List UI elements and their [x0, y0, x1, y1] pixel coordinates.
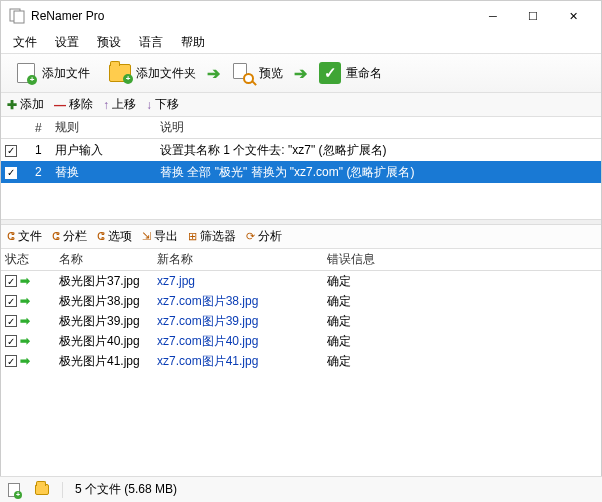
rule-desc: 替换 全部 "极光" 替换为 "xz7.com" (忽略扩展名) — [156, 164, 601, 181]
menu-language[interactable]: 语言 — [131, 32, 171, 53]
rule-desc: 设置其名称 1 个文件去: "xz7" (忽略扩展名) — [156, 142, 601, 159]
remove-rule-button[interactable]: —移除 — [54, 96, 93, 113]
add-folder-label: 添加文件夹 — [136, 65, 196, 82]
file-newname: xz7.com图片40.jpg — [153, 333, 283, 350]
file-error: 确定 — [323, 353, 601, 370]
files-header: 状态 名称 新名称 错误信息 — [1, 249, 601, 271]
rule-row[interactable]: ✓2替换替换 全部 "极光" 替换为 "xz7.com" (忽略扩展名) — [1, 161, 601, 183]
rename-icon: ✓ — [318, 61, 342, 85]
file-row[interactable]: ✓➡极光图片38.jpgxz7.com图片38.jpg确定 — [1, 291, 601, 311]
minimize-button[interactable]: ─ — [473, 1, 513, 31]
menu-file[interactable]: 文件 — [5, 32, 45, 53]
rules-list: ✓1用户输入设置其名称 1 个文件去: "xz7" (忽略扩展名)✓2替换替换 … — [1, 139, 601, 219]
rule-number: 2 — [31, 165, 51, 179]
col-rule-type[interactable]: 规则 — [51, 119, 156, 136]
add-files-label: 添加文件 — [42, 65, 90, 82]
file-name: 极光图片38.jpg — [55, 293, 153, 310]
menu-settings[interactable]: 设置 — [47, 32, 87, 53]
maximize-button[interactable]: ☐ — [513, 1, 553, 31]
rules-header: # 规则 说明 — [1, 117, 601, 139]
window-title: ReNamer Pro — [31, 9, 473, 23]
files-list: ✓➡极光图片37.jpgxz7.jpg确定✓➡极光图片38.jpgxz7.com… — [1, 271, 601, 451]
titlebar: ReNamer Pro ─ ☐ ✕ — [1, 1, 601, 31]
file-checkbox[interactable]: ✓ — [5, 275, 17, 287]
menu-help[interactable]: 帮助 — [173, 32, 213, 53]
files-menu[interactable]: ⵛ文件 — [7, 228, 42, 245]
file-name: 极光图片39.jpg — [55, 313, 153, 330]
rule-checkbox[interactable]: ✓ — [5, 167, 17, 179]
col-description[interactable]: 说明 — [156, 119, 601, 136]
add-files-button[interactable]: + 添加文件 — [7, 58, 97, 88]
add-file-status-icon[interactable]: + — [6, 482, 22, 498]
file-error: 确定 — [323, 293, 601, 310]
file-error: 确定 — [323, 313, 601, 330]
files-toolbar: ⵛ文件 ⵛ分栏 ⵛ选项 ⇲导出 ⊞筛选器 ⟳分析 — [1, 225, 601, 249]
menu-presets[interactable]: 预设 — [89, 32, 129, 53]
file-checkbox[interactable]: ✓ — [5, 355, 17, 367]
file-checkbox[interactable]: ✓ — [5, 295, 17, 307]
file-newname: xz7.com图片41.jpg — [153, 353, 283, 370]
svg-rect-1 — [14, 11, 24, 23]
add-rule-button[interactable]: ✚添加 — [7, 96, 44, 113]
file-name: 极光图片37.jpg — [55, 273, 153, 290]
arrow-icon: ➡ — [20, 354, 30, 368]
file-name: 极光图片40.jpg — [55, 333, 153, 350]
file-checkbox[interactable]: ✓ — [5, 315, 17, 327]
options-menu[interactable]: ⵛ选项 — [97, 228, 132, 245]
file-checkbox[interactable]: ✓ — [5, 335, 17, 347]
file-error: 确定 — [323, 333, 601, 350]
rename-label: 重命名 — [346, 65, 382, 82]
arrow-icon: ➔ — [294, 64, 307, 83]
preview-label: 预览 — [259, 65, 283, 82]
rules-toolbar: ✚添加 —移除 ↑上移 ↓下移 — [1, 93, 601, 117]
file-row[interactable]: ✓➡极光图片37.jpgxz7.jpg确定 — [1, 271, 601, 291]
rule-type: 用户输入 — [51, 142, 156, 159]
preview-button[interactable]: 预览 — [224, 58, 290, 88]
file-error: 确定 — [323, 273, 601, 290]
move-down-button[interactable]: ↓下移 — [146, 96, 179, 113]
arrow-icon: ➡ — [20, 334, 30, 348]
statusbar: + 5 个文件 (5.68 MB) — [0, 476, 602, 502]
add-folder-icon: + — [108, 61, 132, 85]
col-error[interactable]: 错误信息 — [323, 251, 601, 268]
filter-menu[interactable]: ⊞筛选器 — [188, 228, 236, 245]
arrow-icon: ➡ — [20, 314, 30, 328]
col-number[interactable]: # — [31, 121, 51, 135]
preview-icon — [231, 61, 255, 85]
analyze-menu[interactable]: ⟳分析 — [246, 228, 282, 245]
arrow-icon: ➔ — [207, 64, 220, 83]
close-button[interactable]: ✕ — [553, 1, 593, 31]
arrow-icon: ➡ — [20, 274, 30, 288]
export-menu[interactable]: ⇲导出 — [142, 228, 178, 245]
add-files-icon: + — [14, 61, 38, 85]
columns-menu[interactable]: ⵛ分栏 — [52, 228, 87, 245]
col-status[interactable]: 状态 — [1, 251, 55, 268]
add-folder-button[interactable]: + 添加文件夹 — [101, 58, 203, 88]
file-newname: xz7.com图片39.jpg — [153, 313, 283, 330]
add-folder-status-icon[interactable] — [34, 482, 50, 498]
col-name[interactable]: 名称 — [55, 251, 153, 268]
file-row[interactable]: ✓➡极光图片40.jpgxz7.com图片40.jpg确定 — [1, 331, 601, 351]
file-row[interactable]: ✓➡极光图片39.jpgxz7.com图片39.jpg确定 — [1, 311, 601, 331]
arrow-icon: ➡ — [20, 294, 30, 308]
rule-row[interactable]: ✓1用户输入设置其名称 1 个文件去: "xz7" (忽略扩展名) — [1, 139, 601, 161]
status-summary: 5 个文件 (5.68 MB) — [75, 481, 177, 498]
col-newname[interactable]: 新名称 — [153, 251, 283, 268]
file-name: 极光图片41.jpg — [55, 353, 153, 370]
app-icon — [9, 8, 25, 24]
move-up-button[interactable]: ↑上移 — [103, 96, 136, 113]
rule-checkbox[interactable]: ✓ — [5, 145, 17, 157]
rule-type: 替换 — [51, 164, 156, 181]
file-newname: xz7.jpg — [153, 274, 283, 288]
main-toolbar: + 添加文件 + 添加文件夹 ➔ 预览 ➔ ✓ 重命名 — [1, 53, 601, 93]
rename-button[interactable]: ✓ 重命名 — [311, 58, 389, 88]
file-newname: xz7.com图片38.jpg — [153, 293, 283, 310]
menubar: 文件 设置 预设 语言 帮助 — [1, 31, 601, 53]
file-row[interactable]: ✓➡极光图片41.jpgxz7.com图片41.jpg确定 — [1, 351, 601, 371]
rule-number: 1 — [31, 143, 51, 157]
